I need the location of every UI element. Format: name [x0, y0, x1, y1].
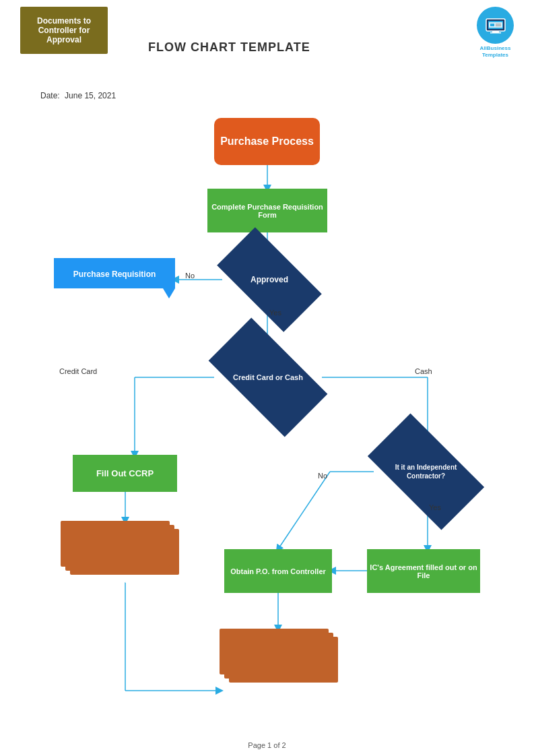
approved-diamond: Approved — [222, 253, 316, 307]
doc-page-1 — [61, 521, 170, 567]
invoice-ccpr-label: Invoice CCPR — [61, 575, 179, 585]
purchase-process-label: Purchase Process — [220, 135, 314, 148]
yes-label-ic: Yes — [429, 503, 441, 511]
date-label: Date: — [40, 91, 60, 100]
cc-diamond-shape — [209, 318, 328, 437]
yes-label-approved: Yes — [269, 309, 281, 317]
fill-ccrp-box: Fill Out CCRP — [73, 455, 177, 492]
date-value: June 15, 2021 — [65, 91, 116, 100]
credit-card-label: Credit Card — [59, 367, 97, 375]
docs-label: Documents to Controller for Approval — [31, 16, 97, 44]
ics-agreement-label: IC's Agreement filled out or on File — [367, 563, 480, 579]
invoice-ccpr-stack: Invoice CCPR — [61, 521, 189, 581]
ic-diamond-shape — [368, 413, 484, 530]
complete-form-label: Complete Purchase Requisition Form — [207, 203, 327, 219]
svg-line-18 — [278, 472, 330, 549]
svg-rect-6 — [496, 24, 501, 25]
obtain-po-box: Obtain P.O. from Controller — [224, 549, 332, 593]
logo-text: AllBusinessTemplates — [477, 45, 514, 58]
svg-rect-5 — [490, 24, 494, 26]
doc-po-page-1 — [220, 629, 329, 674]
invoice-po-docs: Invoice P.O. — [220, 629, 347, 689]
svg-rect-3 — [490, 32, 501, 34]
date-line: Date: June 15, 2021 — [40, 91, 116, 100]
invoice-po-stack: Invoice P.O. — [220, 629, 347, 689]
credit-card-cash-diamond: Credit Card or Cash — [214, 347, 322, 408]
logo-icon — [477, 7, 514, 44]
no-label-approved: No — [185, 272, 195, 280]
obtain-po-label: Obtain P.O. from Controller — [230, 567, 326, 575]
logo-area: AllBusinessTemplates — [477, 7, 514, 58]
purchase-process-box: Purchase Process — [214, 118, 320, 165]
ics-agreement-box: IC's Agreement filled out or on File — [367, 549, 480, 593]
page-number: Page 1 of 2 — [248, 741, 286, 749]
purchase-requisition-ribbon: Purchase Requisition — [54, 258, 175, 298]
svg-rect-7 — [496, 25, 501, 26]
header: Documents to Controller for Approval FLO… — [0, 7, 534, 55]
independent-contractor-diamond: It it an Independent Contractor? — [374, 441, 478, 502]
purchase-requisition-label: Purchase Requisition — [73, 270, 156, 279]
no-label-ic: No — [318, 472, 327, 480]
invoice-po-label: Invoice P.O. — [220, 683, 338, 693]
flowchart: Purchase Process Complete Purchase Requi… — [0, 104, 534, 756]
docs-box: Documents to Controller for Approval — [20, 7, 108, 54]
svg-rect-2 — [492, 31, 499, 32]
title-area: FLOW CHART TEMPLATE — [148, 7, 310, 55]
page-title: FLOW CHART TEMPLATE — [148, 40, 310, 55]
fill-ccrp-label: Fill Out CCRP — [96, 468, 154, 478]
cash-label: Cash — [415, 367, 432, 375]
complete-form-box: Complete Purchase Requisition Form — [207, 189, 327, 232]
invoice-ccpr-docs: Invoice CCPR — [61, 521, 189, 581]
